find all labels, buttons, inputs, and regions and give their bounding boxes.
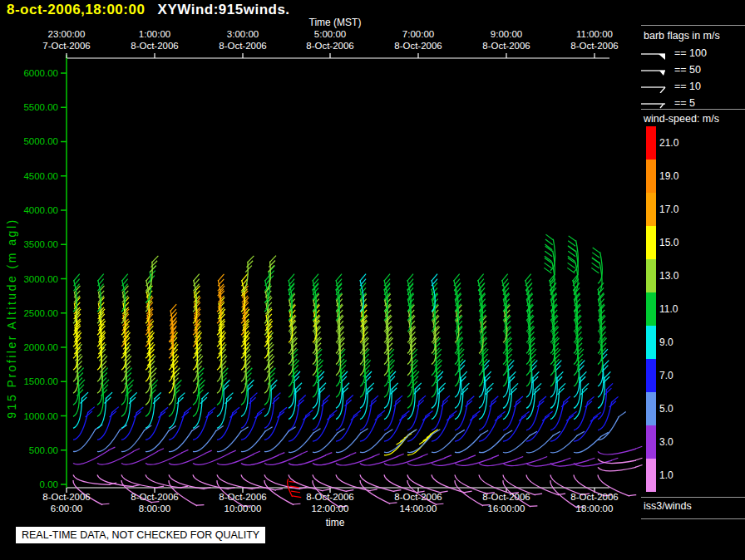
colorbar-value-label: 17.0 bbox=[659, 203, 678, 216]
window-title: 8-oct-2006,18:00:00 XYWind:915winds. bbox=[7, 2, 290, 18]
colorbar-swatch bbox=[646, 193, 656, 226]
legend-row-50: == 50 bbox=[640, 61, 701, 78]
colorbar-swatch bbox=[646, 160, 656, 193]
legend-label: == 10 bbox=[674, 81, 701, 92]
legend-row-10: == 10 bbox=[640, 78, 701, 95]
colorbar-value-label: 3.0 bbox=[659, 435, 673, 449]
colorbar-value-label: 5.0 bbox=[659, 402, 673, 415]
colorbar-swatch bbox=[646, 459, 656, 492]
separator bbox=[641, 497, 745, 498]
top-axis-tick-label: 1:00:008-Oct-2006 bbox=[131, 28, 179, 52]
barb-flag-100-icon bbox=[640, 47, 669, 60]
colorbar-swatch bbox=[646, 326, 656, 359]
altitude-tick-label: 0.00 bbox=[0, 479, 58, 490]
bottom-axis-tick-label: 8-Oct-20066:00:00 bbox=[42, 491, 91, 514]
top-axis-tick-label: 11:00:008-Oct-2006 bbox=[570, 28, 619, 52]
altitude-tick-label: 1500.00 bbox=[0, 376, 58, 387]
colorbar-value-label: 13.0 bbox=[659, 269, 678, 282]
data-source-label: iss3/winds bbox=[644, 500, 692, 512]
colorbar-title: wind-speed: m/s bbox=[644, 113, 719, 125]
barb-flag-legend-title: barb flags in m/s bbox=[644, 30, 720, 42]
altitude-tick-label: 4000.00 bbox=[0, 204, 58, 216]
title-timestamp: 8-oct-2006,18:00:00 bbox=[7, 2, 145, 17]
altitude-tick-label: 3500.00 bbox=[0, 238, 58, 250]
top-axis-tick-label: 5:00:008-Oct-2006 bbox=[306, 28, 354, 52]
colorbar-value-label: 21.0 bbox=[659, 136, 678, 150]
bottom-axis-tick-label: 8-Oct-20068:00:00 bbox=[131, 491, 179, 514]
separator bbox=[641, 109, 745, 110]
colorbar-value-label: 15.0 bbox=[659, 236, 678, 249]
wind-barb-plot bbox=[0, 0, 745, 560]
barb-flag-50-icon bbox=[640, 63, 669, 76]
colorbar-swatch bbox=[646, 359, 656, 392]
altitude-tick-label: 6000.00 bbox=[0, 67, 58, 79]
top-axis-tick-label: 23:00:007-Oct-2006 bbox=[42, 28, 91, 52]
separator bbox=[641, 25, 745, 26]
bottom-axis-tick-label: 8-Oct-200614:00:00 bbox=[394, 491, 442, 514]
altitude-tick-label: 5500.00 bbox=[0, 101, 58, 113]
altitude-tick-label: 1000.00 bbox=[0, 410, 58, 422]
legend-label: == 100 bbox=[674, 47, 707, 59]
top-axis-tick-label: 9:00:008-Oct-2006 bbox=[482, 28, 530, 52]
app-window: 8-oct-2006,18:00:00 XYWind:915winds. Tim… bbox=[0, 0, 745, 560]
colorbar-value-label: 7.0 bbox=[659, 369, 673, 382]
altitude-tick-label: 3000.00 bbox=[0, 273, 58, 285]
bottom-axis-title: time bbox=[326, 517, 345, 528]
altitude-tick-label: 2000.00 bbox=[0, 341, 58, 353]
bottom-axis-tick-label: 8-Oct-200618:00:00 bbox=[570, 491, 619, 514]
title-app-name: XYWind:915winds. bbox=[158, 2, 290, 17]
altitude-tick-label: 5000.00 bbox=[0, 135, 58, 147]
barb-flag-5-icon bbox=[640, 96, 669, 110]
legend-row-100: == 100 bbox=[640, 45, 707, 61]
altitude-tick-label: 500.00 bbox=[0, 445, 58, 456]
colorbar-swatch bbox=[646, 392, 656, 425]
top-axis-tick-label: 7:00:008-Oct-2006 bbox=[394, 28, 442, 52]
legend-label: == 5 bbox=[674, 97, 695, 109]
bottom-axis-tick-label: 8-Oct-200610:00:00 bbox=[219, 491, 267, 514]
colorbar-value-label: 11.0 bbox=[659, 302, 678, 316]
separator bbox=[641, 518, 745, 519]
legend-label: == 50 bbox=[674, 64, 701, 76]
quality-banner: REAL-TIME DATA, NOT CHECKED FOR QUALITY bbox=[16, 527, 265, 543]
colorbar-swatch bbox=[646, 292, 656, 326]
colorbar-swatch bbox=[646, 259, 656, 292]
colorbar-value-label: 9.0 bbox=[659, 336, 673, 349]
altitude-tick-label: 2500.00 bbox=[0, 307, 58, 319]
colorbar-value-label: 1.0 bbox=[659, 469, 673, 482]
colorbar-value-label: 19.0 bbox=[659, 169, 678, 183]
barb-flag-10-icon bbox=[640, 80, 669, 93]
top-axis-tick-label: 3:00:008-Oct-2006 bbox=[219, 28, 267, 52]
top-axis-title: Time (MST) bbox=[309, 17, 362, 28]
bottom-axis-tick-label: 8-Oct-200612:00:00 bbox=[306, 491, 354, 514]
bottom-axis-tick-label: 8-Oct-200616:00:00 bbox=[482, 491, 530, 514]
colorbar-swatch bbox=[646, 126, 656, 160]
colorbar-swatch bbox=[646, 425, 656, 459]
colorbar-swatch bbox=[646, 226, 656, 259]
altitude-tick-label: 4500.00 bbox=[0, 170, 58, 182]
